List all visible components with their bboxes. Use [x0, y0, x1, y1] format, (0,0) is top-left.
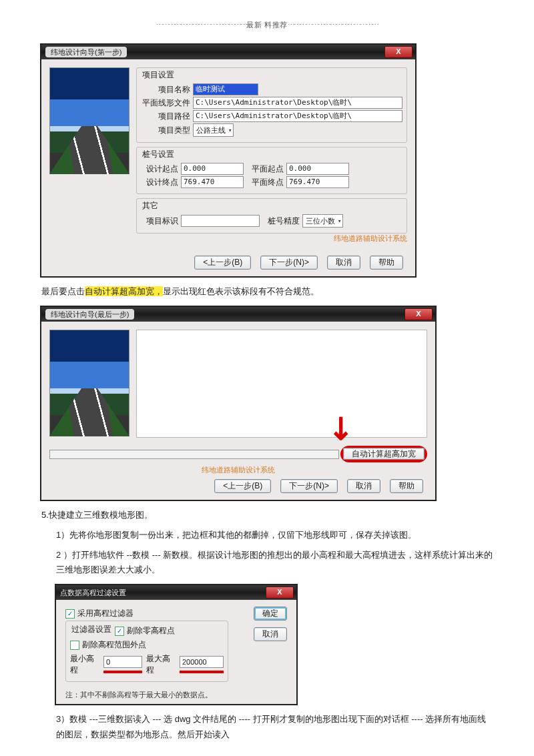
label-stake-prec: 桩号精度: [262, 216, 300, 227]
help-button[interactable]: 帮助: [390, 479, 423, 493]
window-title: 纬地设计向导(最后一步): [45, 309, 134, 320]
label-design-start: 设计起点: [141, 163, 178, 175]
select-proj-type[interactable]: 公路主线: [193, 123, 234, 137]
section5-step3: 3）数模 ---三维数据读入 --- 选 dwg 文件结尾的 ---- 打开刚才…: [41, 712, 494, 741]
label-max-elev: 最大高程: [146, 653, 176, 676]
label-proj-name: 项目名称: [141, 84, 190, 95]
label-design-end: 设计终点: [141, 177, 178, 188]
wizard-image: [49, 330, 129, 436]
next-button[interactable]: 下一步(N)>: [260, 256, 318, 270]
input-proj-path[interactable]: C:\Users\Administrator\Desktop\临时\: [193, 110, 403, 122]
group-other: 其它: [141, 200, 160, 212]
cancel-button[interactable]: 取消: [254, 627, 287, 641]
input-plane-end[interactable]: 769.470: [286, 176, 349, 188]
label-plane-end: 平面终点: [246, 177, 284, 188]
elevation-filter-dialog: 点数据高程过滤设置 X 确定 取消 ✓ 采用高程过滤器 过滤器设置 ✓ 剔除零高…: [55, 584, 298, 705]
label-del-zero: 剔除零高程点: [127, 625, 175, 637]
input-design-start[interactable]: 0.000: [181, 163, 244, 175]
prev-button[interactable]: <上一步(B): [194, 256, 251, 270]
close-icon[interactable]: X: [266, 587, 294, 599]
brand-text: 纬地道路辅助设计系统: [41, 464, 435, 475]
ok-button[interactable]: 确定: [254, 607, 287, 621]
brand-text: 纬地道路辅助设计系统: [136, 234, 407, 244]
label-proj-type: 项目类型: [141, 125, 190, 136]
group-project: 项目设置: [141, 69, 176, 81]
label-del-out: 剔除高程范围外点: [82, 639, 146, 651]
label-proj-path: 项目路径: [141, 111, 190, 122]
paragraph-after-dialog1: 最后要点击自动计算超高加宽，显示出现红色表示该标段有不符合规范。: [41, 284, 494, 299]
window-title: 纬地设计向导(第一步): [45, 47, 127, 57]
input-proj-name[interactable]: 临时测试: [193, 83, 258, 95]
cancel-button[interactable]: 取消: [327, 256, 360, 270]
label-proj-mark: 项目标识: [141, 216, 178, 227]
cancel-button[interactable]: 取消: [347, 479, 380, 493]
label-use-filter: 采用高程过滤器: [77, 608, 134, 619]
close-icon[interactable]: X: [405, 308, 433, 320]
group-stake: 桩号设置: [141, 149, 176, 160]
close-icon[interactable]: X: [384, 46, 413, 58]
prev-button[interactable]: <上一步(B): [214, 479, 271, 493]
checkbox-del-out[interactable]: ✓: [70, 641, 79, 650]
wizard-image: [49, 67, 129, 174]
wizard-laststep-window: 纬地设计向导(最后一步) X ↘ 自动计算超高加宽 纬地道路辅助设计系统 <上一…: [40, 306, 437, 501]
wizard-step1-window: 纬地设计向导(第一步) X 项目设置 项目名称 临时测试 平面线形文件 C:\U…: [40, 43, 417, 278]
select-stake-prec[interactable]: 三位小数: [302, 214, 343, 228]
input-plane-start[interactable]: 0.000: [286, 163, 349, 175]
progress-bar: [49, 450, 339, 459]
next-button[interactable]: 下一步(N)>: [280, 479, 338, 493]
section5-step2: 2 ）打开纬地软件 --数模 --- 新数模。根据设计地形图的推想出的最小高程和…: [41, 548, 494, 577]
checkbox-del-zero[interactable]: ✓: [115, 627, 124, 636]
window-title: 点数据高程过滤设置: [60, 588, 126, 598]
input-design-end[interactable]: 769.470: [181, 176, 244, 188]
help-button[interactable]: 帮助: [370, 256, 403, 270]
header-label: 最新 料推荐: [246, 21, 287, 29]
highlight-auto-calc: 自动计算超高加宽，: [85, 286, 163, 296]
input-max-elev[interactable]: 200000: [180, 656, 224, 668]
section5-step1: 1）先将你地形图复制一份出来，把边框和其他的都删掉，仅留下地形线即可，保存关掉该…: [41, 528, 494, 542]
auto-calc-button[interactable]: 自动计算超高加宽: [343, 448, 425, 460]
input-min-elev[interactable]: 0: [103, 656, 142, 668]
label-plane-start: 平面起点: [246, 163, 284, 175]
group-filter: 过滤器设置: [70, 624, 113, 635]
input-proj-mark[interactable]: [181, 215, 260, 227]
checkbox-use-filter[interactable]: ✓: [65, 609, 75, 619]
filter-note: 注：其中不剔除高程等于最大最小的数据点。: [65, 690, 287, 700]
input-plane-file[interactable]: C:\Users\Administrator\Desktop\临时\: [193, 97, 403, 109]
result-panel: [136, 330, 427, 438]
label-min-elev: 最小高程: [70, 653, 99, 676]
section5-title: 5.快捷建立三维数模地形图。: [41, 508, 494, 522]
label-plane-file: 平面线形文件: [141, 97, 190, 109]
